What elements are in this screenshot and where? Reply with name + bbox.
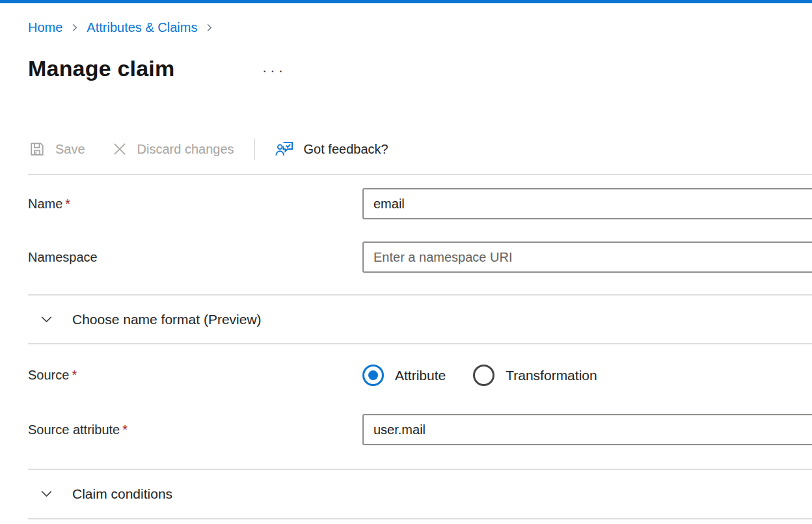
got-feedback-button[interactable]: Got feedback? <box>275 140 388 158</box>
breadcrumb-home-link[interactable]: Home <box>28 19 62 36</box>
chevron-right-icon <box>70 23 79 33</box>
divider <box>28 294 812 296</box>
source-radio-group: Attribute Transformation <box>362 365 597 386</box>
radio-attribute[interactable]: Attribute <box>362 365 446 386</box>
section-choose-name-format[interactable]: Choose name format (Preview) <box>28 307 812 331</box>
required-asterisk: * <box>62 197 70 211</box>
got-feedback-label: Got feedback? <box>304 142 388 157</box>
name-field-row: Name* <box>28 188 812 219</box>
name-input[interactable] <box>362 188 812 219</box>
save-label: Save <box>55 142 85 157</box>
radio-attribute-label: Attribute <box>395 368 446 383</box>
radio-transformation-label: Transformation <box>506 368 597 383</box>
namespace-input[interactable] <box>362 241 812 273</box>
divider <box>28 343 812 344</box>
page-title: Manage claim <box>28 56 174 81</box>
required-asterisk: * <box>120 422 128 437</box>
more-menu-button[interactable]: ··· <box>262 62 286 79</box>
chevron-down-icon <box>38 486 55 502</box>
source-label: Source* <box>28 368 77 382</box>
source-attribute-input[interactable] <box>362 414 812 445</box>
breadcrumb-attributes-claims-link[interactable]: Attributes & Claims <box>87 19 197 36</box>
discard-changes-button[interactable]: Discard changes <box>111 141 234 158</box>
namespace-label: Namespace <box>28 250 98 264</box>
source-attribute-field-row: Source attribute* <box>28 414 812 445</box>
save-button[interactable]: Save <box>28 140 85 158</box>
section-choose-name-format-label: Choose name format (Preview) <box>72 312 262 327</box>
close-icon <box>111 141 128 158</box>
name-label: Name* <box>28 197 70 211</box>
divider <box>28 469 812 470</box>
namespace-field-row: Namespace <box>28 241 812 273</box>
divider <box>28 518 812 519</box>
breadcrumb: Home Attributes & Claims <box>28 19 214 36</box>
discard-changes-label: Discard changes <box>137 142 234 157</box>
chevron-right-icon <box>204 23 214 33</box>
section-claim-conditions[interactable]: Claim conditions <box>28 482 812 506</box>
feedback-icon <box>275 140 295 158</box>
manage-claim-blade: Home Attributes & Claims Manage claim ··… <box>0 0 812 524</box>
command-bar: Save Discard changes Got feedback? <box>28 136 388 162</box>
toolbar-divider <box>254 139 255 160</box>
save-icon <box>28 140 46 158</box>
radio-selected-icon <box>362 365 384 386</box>
blade-accent-bar <box>0 0 812 3</box>
source-field-row: Source* Attribute Transformation <box>28 365 812 386</box>
radio-transformation[interactable]: Transformation <box>473 365 597 386</box>
source-attribute-label: Source attribute* <box>28 422 128 437</box>
radio-unselected-icon <box>473 365 494 386</box>
chevron-down-icon <box>38 311 55 327</box>
required-asterisk: * <box>69 368 77 382</box>
divider <box>28 174 812 175</box>
section-claim-conditions-label: Claim conditions <box>72 486 172 502</box>
